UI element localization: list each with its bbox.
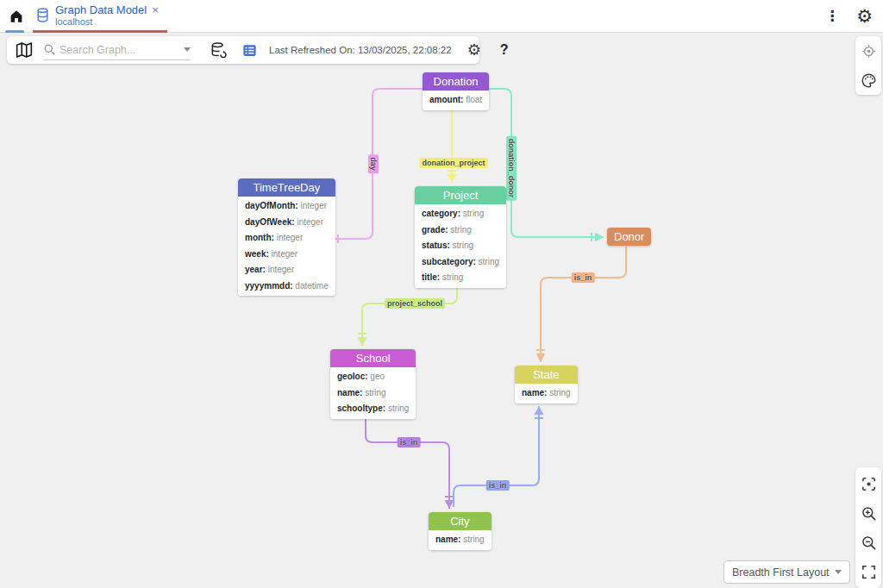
node-attribute: dayOfWeek: integer [238, 215, 335, 231]
node-attribute: status: string [415, 238, 506, 254]
center-focus-icon [861, 476, 877, 492]
node-header: TimeTreeDay [238, 178, 335, 197]
edge-label-is_in[interactable]: is_in [572, 272, 595, 283]
fullscreen-button[interactable] [859, 562, 878, 581]
node-attribute: category: string [415, 206, 506, 222]
tab-subtitle: localhost [55, 16, 159, 28]
node-attribute: schooltype: string [330, 401, 416, 417]
node-attributes: amount: float [423, 91, 489, 110]
edge-School-City [366, 419, 454, 509]
zoom-out-button[interactable] [859, 533, 878, 552]
graph-canvas[interactable]: daydonation_projectdonation_donorproject… [0, 33, 883, 588]
node-attribute: year: integer [238, 262, 335, 278]
graph-node-State[interactable]: Statename: string [515, 366, 578, 403]
edge-label-donation_project[interactable]: donation_project [419, 158, 487, 168]
tab-graph-data-model[interactable]: Graph Data Model × localhost [33, 0, 167, 33]
edge-Donation-Project [448, 109, 457, 183]
node-header: School [330, 349, 416, 367]
map-legend-button[interactable] [16, 41, 33, 59]
node-header: Donor [607, 228, 651, 246]
search-input[interactable] [59, 44, 180, 56]
edge-City-State [454, 406, 544, 507]
graph-node-Donor[interactable]: Donor [607, 228, 651, 246]
node-attribute: week: integer [238, 247, 335, 263]
node-attributes: dayOfMonth: integerdayOfWeek: integermon… [238, 197, 335, 296]
node-attribute: name: string [515, 385, 578, 402]
graph-node-Project[interactable]: Projectcategory: stringgrade: stringstat… [415, 186, 506, 288]
topbar: Graph Data Model × localhost ⋮ ⚙ [0, 0, 883, 33]
zoom-out-icon [861, 535, 877, 551]
edge-Donor-State [536, 247, 627, 362]
zoom-in-button[interactable] [859, 504, 878, 522]
home-active-indicator [5, 30, 24, 33]
layout-select-value: Breadth First Layout [732, 566, 835, 579]
node-attribute: dayOfMonth: integer [238, 198, 335, 215]
table-view-button[interactable] [242, 43, 257, 58]
palette-icon [861, 72, 877, 89]
node-header: Donation [423, 72, 489, 91]
canvas-tools-panel [855, 36, 881, 95]
edge-layer [0, 33, 883, 588]
node-attribute: amount: float [423, 92, 489, 109]
layout-select[interactable]: Breadth First Layout [723, 560, 850, 584]
node-attribute: name: string [330, 385, 416, 402]
reload-graph-button[interactable] [210, 41, 227, 59]
node-header: City [429, 512, 492, 530]
tab-active-indicator [33, 30, 167, 33]
search-dropdown-caret-icon[interactable] [184, 47, 191, 52]
edge-label-is_in[interactable]: is_in [486, 480, 510, 491]
node-header: State [515, 366, 578, 384]
center-view-button[interactable] [859, 41, 878, 60]
home-button[interactable] [0, 0, 33, 33]
search-icon [43, 43, 56, 56]
settings-gear-icon[interactable]: ⚙ [856, 7, 873, 25]
database-icon [36, 8, 49, 22]
help-button[interactable]: ? [500, 42, 509, 58]
fit-to-screen-button[interactable] [859, 474, 878, 493]
edge-Project-School [358, 288, 458, 346]
home-icon [9, 9, 24, 24]
overflow-menu-icon[interactable]: ⋮ [822, 7, 842, 25]
graph-toolbar: Last Refreshed On: 13/03/2025, 22:08:22 … [7, 36, 479, 64]
database-refresh-icon [210, 41, 227, 59]
search-field [43, 40, 191, 60]
crosshair-icon [861, 43, 877, 59]
node-attribute: geoloc: geo [330, 369, 416, 385]
node-attribute: yyyymmdd: datetime [238, 278, 335, 295]
node-attributes: name: string [429, 530, 492, 550]
node-attribute: name: string [429, 532, 492, 548]
layout-select-caret-icon [835, 570, 842, 574]
fullscreen-icon [861, 564, 877, 580]
zoom-controls-panel [855, 467, 881, 588]
edge-label-project_school[interactable]: project_school [385, 298, 445, 309]
graph-node-TimeTreeDay[interactable]: TimeTreeDaydayOfMonth: integerdayOfWeek:… [238, 178, 335, 296]
graph-settings-gear-icon[interactable]: ⚙ [467, 41, 481, 59]
node-attributes: geoloc: geoname: stringschooltype: strin… [330, 367, 416, 419]
node-attribute: subcategory: string [415, 254, 506, 271]
edge-label-day[interactable]: day [368, 154, 379, 173]
node-attributes: category: stringgrade: stringstatus: str… [415, 204, 506, 288]
graph-node-Donation[interactable]: Donationamount: float [423, 72, 489, 110]
node-attribute: grade: string [415, 222, 506, 239]
edge-label-is_in[interactable]: is_in [398, 437, 421, 447]
node-attributes: name: string [515, 384, 578, 403]
tab-close-icon[interactable]: × [152, 4, 159, 16]
tab-text: Graph Data Model × localhost [55, 4, 159, 28]
map-icon [16, 41, 33, 59]
graph-node-School[interactable]: Schoolgeoloc: geoname: stringschooltype:… [330, 349, 416, 419]
node-attribute: month: integer [238, 230, 335, 247]
last-refreshed-label: Last Refreshed On: 13/03/2025, 22:08:22 [269, 45, 452, 55]
edge-label-donation_donor[interactable]: donation_donor [506, 136, 517, 201]
tab-title: Graph Data Model [55, 4, 147, 16]
node-attribute: title: string [415, 270, 506, 286]
zoom-in-icon [861, 505, 877, 522]
graph-node-City[interactable]: Cityname: string [429, 512, 492, 550]
color-settings-button[interactable] [859, 71, 878, 90]
list-table-icon [242, 43, 257, 58]
node-header: Project [415, 186, 506, 204]
